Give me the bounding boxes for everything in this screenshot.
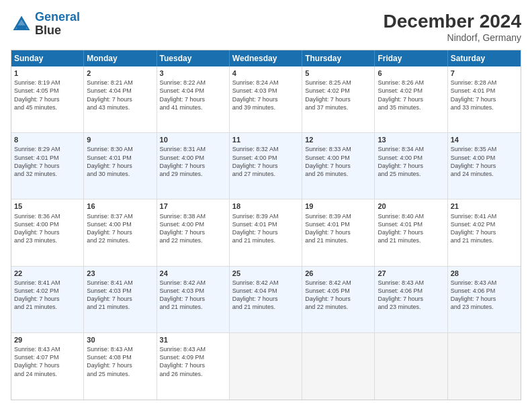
calendar-cell: 14Sunrise: 8:35 AM Sunset: 4:00 PM Dayli…: [448, 133, 521, 199]
calendar-header: Sunday Monday Tuesday Wednesday Thursday…: [11, 50, 521, 66]
calendar-cell: 22Sunrise: 8:41 AM Sunset: 4:02 PM Dayli…: [11, 267, 84, 332]
col-tuesday: Tuesday: [157, 50, 230, 66]
calendar-cell: 10Sunrise: 8:31 AM Sunset: 4:00 PM Dayli…: [157, 133, 230, 199]
day-info: Sunrise: 8:43 AM Sunset: 4:09 PM Dayligh…: [160, 345, 226, 378]
day-number: 13: [378, 135, 444, 144]
calendar-cell: [448, 333, 521, 400]
day-number: 5: [305, 68, 371, 78]
calendar-cell: 26Sunrise: 8:42 AM Sunset: 4:05 PM Dayli…: [302, 267, 375, 332]
day-number: 28: [451, 269, 518, 278]
calendar-cell: 6Sunrise: 8:26 AM Sunset: 4:02 PM Daylig…: [375, 66, 447, 132]
calendar-cell: 30Sunrise: 8:43 AM Sunset: 4:08 PM Dayli…: [84, 333, 157, 400]
day-info: Sunrise: 8:21 AM Sunset: 4:04 PM Dayligh…: [87, 79, 153, 111]
day-info: Sunrise: 8:43 AM Sunset: 4:06 PM Dayligh…: [378, 279, 444, 312]
day-info: Sunrise: 8:39 AM Sunset: 4:01 PM Dayligh…: [305, 212, 371, 245]
day-info: Sunrise: 8:43 AM Sunset: 4:08 PM Dayligh…: [87, 345, 153, 378]
day-info: Sunrise: 8:24 AM Sunset: 4:03 PM Dayligh…: [232, 79, 299, 111]
day-number: 15: [14, 201, 81, 211]
day-number: 27: [378, 269, 444, 278]
day-info: Sunrise: 8:32 AM Sunset: 4:00 PM Dayligh…: [232, 145, 299, 178]
day-info: Sunrise: 8:25 AM Sunset: 4:02 PM Dayligh…: [305, 79, 371, 111]
day-number: 23: [87, 269, 153, 278]
calendar-cell: [375, 333, 447, 400]
day-info: Sunrise: 8:30 AM Sunset: 4:01 PM Dayligh…: [87, 145, 153, 178]
calendar-cell: 1Sunrise: 8:19 AM Sunset: 4:05 PM Daylig…: [11, 66, 84, 132]
calendar-cell: 23Sunrise: 8:41 AM Sunset: 4:03 PM Dayli…: [84, 267, 157, 332]
day-number: 11: [232, 135, 299, 144]
day-number: 12: [305, 135, 371, 144]
logo-line1: General: [35, 10, 80, 24]
day-info: Sunrise: 8:39 AM Sunset: 4:01 PM Dayligh…: [232, 212, 299, 245]
calendar-cell: 5Sunrise: 8:25 AM Sunset: 4:02 PM Daylig…: [302, 66, 375, 132]
calendar-cell: 29Sunrise: 8:43 AM Sunset: 4:07 PM Dayli…: [11, 333, 84, 400]
calendar-cell: 15Sunrise: 8:36 AM Sunset: 4:00 PM Dayli…: [11, 199, 84, 265]
day-number: 19: [305, 201, 371, 211]
day-number: 4: [232, 68, 299, 78]
day-info: Sunrise: 8:36 AM Sunset: 4:00 PM Dayligh…: [14, 212, 81, 245]
day-info: Sunrise: 8:33 AM Sunset: 4:00 PM Dayligh…: [305, 145, 371, 178]
day-info: Sunrise: 8:31 AM Sunset: 4:00 PM Dayligh…: [160, 145, 226, 178]
calendar-body: 1Sunrise: 8:19 AM Sunset: 4:05 PM Daylig…: [11, 66, 521, 400]
day-number: 16: [87, 201, 153, 211]
calendar-cell: 2Sunrise: 8:21 AM Sunset: 4:04 PM Daylig…: [84, 66, 157, 132]
logo-text: General Blue: [35, 11, 80, 38]
day-number: 30: [87, 335, 153, 345]
calendar-cell: 4Sunrise: 8:24 AM Sunset: 4:03 PM Daylig…: [230, 66, 302, 132]
day-number: 8: [14, 135, 81, 144]
day-number: 9: [87, 135, 153, 144]
day-info: Sunrise: 8:34 AM Sunset: 4:00 PM Dayligh…: [378, 145, 444, 178]
day-info: Sunrise: 8:26 AM Sunset: 4:02 PM Dayligh…: [378, 79, 444, 111]
calendar-cell: 19Sunrise: 8:39 AM Sunset: 4:01 PM Dayli…: [302, 199, 375, 265]
day-info: Sunrise: 8:28 AM Sunset: 4:01 PM Dayligh…: [451, 79, 518, 111]
calendar-cell: 21Sunrise: 8:41 AM Sunset: 4:02 PM Dayli…: [448, 199, 521, 265]
day-number: 21: [451, 201, 518, 211]
day-number: 18: [232, 201, 299, 211]
page-title: December 2024: [384, 11, 521, 32]
day-number: 24: [160, 269, 226, 278]
day-info: Sunrise: 8:42 AM Sunset: 4:05 PM Dayligh…: [305, 279, 371, 312]
col-monday: Monday: [84, 50, 157, 66]
day-info: Sunrise: 8:41 AM Sunset: 4:02 PM Dayligh…: [14, 279, 81, 312]
day-info: Sunrise: 8:38 AM Sunset: 4:00 PM Dayligh…: [160, 212, 226, 245]
col-saturday: Saturday: [448, 50, 521, 66]
calendar-cell: 18Sunrise: 8:39 AM Sunset: 4:01 PM Dayli…: [230, 199, 302, 265]
day-info: Sunrise: 8:41 AM Sunset: 4:03 PM Dayligh…: [87, 279, 153, 312]
page-subtitle: Nindorf, Germany: [384, 32, 521, 43]
col-thursday: Thursday: [302, 50, 375, 66]
day-number: 26: [305, 269, 371, 278]
calendar-row-4: 22Sunrise: 8:41 AM Sunset: 4:02 PM Dayli…: [11, 267, 521, 333]
calendar-cell: 8Sunrise: 8:29 AM Sunset: 4:01 PM Daylig…: [11, 133, 84, 199]
calendar-row-3: 15Sunrise: 8:36 AM Sunset: 4:00 PM Dayli…: [11, 199, 521, 266]
logo-icon: [11, 13, 32, 35]
day-info: Sunrise: 8:42 AM Sunset: 4:04 PM Dayligh…: [232, 279, 299, 312]
col-friday: Friday: [375, 50, 447, 66]
day-number: 22: [14, 269, 81, 278]
logo-line2: Blue: [35, 24, 80, 38]
day-number: 6: [378, 68, 444, 78]
page: General Blue December 2024 Nindorf, Germ…: [0, 0, 532, 411]
title-block: December 2024 Nindorf, Germany: [384, 11, 521, 43]
day-number: 25: [232, 269, 299, 278]
calendar-row-1: 1Sunrise: 8:19 AM Sunset: 4:05 PM Daylig…: [11, 66, 521, 133]
calendar-cell: 7Sunrise: 8:28 AM Sunset: 4:01 PM Daylig…: [448, 66, 521, 132]
day-info: Sunrise: 8:40 AM Sunset: 4:01 PM Dayligh…: [378, 212, 444, 245]
day-number: 14: [451, 135, 518, 144]
day-info: Sunrise: 8:19 AM Sunset: 4:05 PM Dayligh…: [14, 79, 81, 111]
day-number: 31: [160, 335, 226, 345]
day-info: Sunrise: 8:41 AM Sunset: 4:02 PM Dayligh…: [451, 212, 518, 245]
calendar-cell: 9Sunrise: 8:30 AM Sunset: 4:01 PM Daylig…: [84, 133, 157, 199]
day-info: Sunrise: 8:42 AM Sunset: 4:03 PM Dayligh…: [160, 279, 226, 312]
calendar-cell: 20Sunrise: 8:40 AM Sunset: 4:01 PM Dayli…: [375, 199, 447, 265]
calendar-cell: 31Sunrise: 8:43 AM Sunset: 4:09 PM Dayli…: [157, 333, 230, 400]
day-info: Sunrise: 8:35 AM Sunset: 4:00 PM Dayligh…: [451, 145, 518, 178]
calendar-cell: [302, 333, 375, 400]
calendar-row-5: 29Sunrise: 8:43 AM Sunset: 4:07 PM Dayli…: [11, 333, 521, 400]
calendar-cell: 24Sunrise: 8:42 AM Sunset: 4:03 PM Dayli…: [157, 267, 230, 332]
calendar: Sunday Monday Tuesday Wednesday Thursday…: [11, 50, 521, 400]
col-sunday: Sunday: [11, 50, 84, 66]
calendar-cell: 11Sunrise: 8:32 AM Sunset: 4:00 PM Dayli…: [230, 133, 302, 199]
day-number: 10: [160, 135, 226, 144]
col-wednesday: Wednesday: [230, 50, 302, 66]
day-number: 1: [14, 68, 81, 78]
day-info: Sunrise: 8:43 AM Sunset: 4:07 PM Dayligh…: [14, 345, 81, 378]
